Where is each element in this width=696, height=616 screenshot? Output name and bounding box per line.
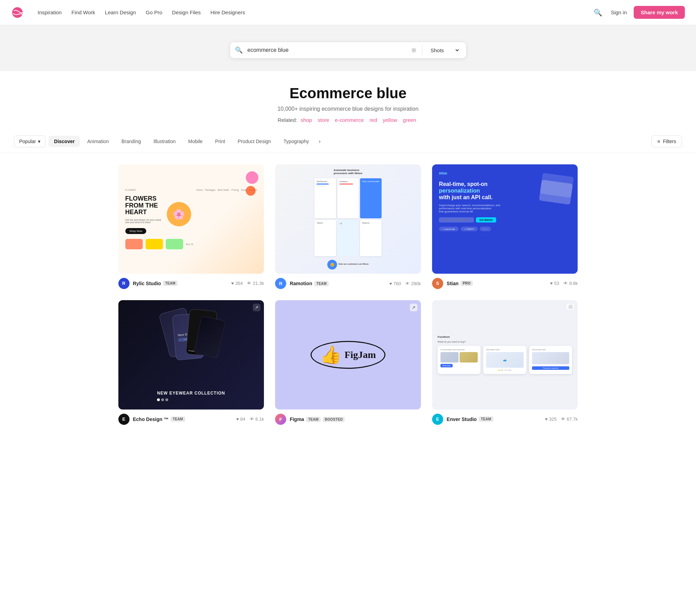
logo[interactable]: [11, 7, 26, 18]
shot-preview: New Eyewear Collection Poolside Club NEW…: [118, 300, 264, 410]
chevron-down-icon: ▾: [38, 139, 40, 144]
shot-author-name: Ramotion: [290, 281, 312, 286]
shot-card[interactable]: New Eyewear Collection Poolside Club NEW…: [118, 300, 264, 425]
navbar-right: 🔍 Sign in Share my work: [592, 6, 685, 19]
related-ecommerce[interactable]: e-commerce: [335, 117, 364, 123]
shot-meta: E Enver Studio TEAM ♥ 325 👁 67.7k: [432, 414, 578, 425]
shot-card[interactable]: miso Real-time, spot-on personalization …: [432, 164, 578, 289]
search-divider: [422, 45, 422, 55]
shot-thumbnail: FLOWER. Home Packages Best Seller Pricin…: [118, 164, 264, 274]
tab-branding[interactable]: Branding: [116, 136, 147, 147]
shot-author-badge: TEAM: [479, 416, 493, 422]
shot-info: Stian PRO: [447, 281, 547, 286]
tab-print[interactable]: Print: [210, 136, 231, 147]
filters-label: Filters: [663, 139, 676, 144]
shot-author-badge: TEAM: [306, 417, 321, 422]
search-bar-icon: 🔍: [230, 46, 248, 54]
more-tabs-icon[interactable]: ›: [316, 135, 323, 147]
avatar: R: [118, 278, 130, 289]
shot-card[interactable]: 👍 FigJam ↗ F Figma TEAM BOOSTED: [275, 300, 421, 425]
shot-stats: ♥ 84 👁 6.1k: [236, 416, 264, 422]
shot-author-badge: TEAM: [163, 281, 178, 286]
avatar: E: [432, 414, 443, 425]
search-filter-dropdown[interactable]: Shots Designers Teams: [423, 47, 466, 54]
likes-count: 760: [393, 281, 401, 286]
eye-icon: 👁: [563, 281, 568, 286]
tab-illustration[interactable]: Illustration: [148, 136, 181, 147]
nav-find-work[interactable]: Find Work: [71, 9, 95, 15]
eye-icon: 👁: [561, 416, 565, 422]
signin-link[interactable]: Sign in: [611, 9, 627, 15]
likes-count: 325: [549, 416, 557, 422]
avatar: S: [432, 278, 443, 289]
shot-preview: 👍 FigJam ↗: [275, 300, 421, 410]
shot-preview: FLOWER. Home Packages Best Seller Pricin…: [118, 164, 264, 274]
nav-go-pro[interactable]: Go Pro: [146, 9, 163, 15]
shot-meta: S Stian PRO ♥ 53 👁 8.8k: [432, 278, 578, 289]
related-store[interactable]: store: [318, 117, 329, 123]
nav-inspiration[interactable]: Inspiration: [38, 9, 62, 15]
shot-views: 👁 6.1k: [250, 416, 264, 422]
shot-preview: Automate businessprocesses with Ninox Da…: [275, 164, 421, 274]
results-title: Ecommerce blue: [11, 85, 685, 102]
shot-author-name: Echo Design ™: [133, 416, 169, 422]
shot-likes: ♥ 760: [389, 281, 401, 286]
shot-likes: ♥ 325: [545, 416, 556, 422]
nav-hire-designers[interactable]: Hire Designers: [211, 9, 245, 15]
heart-icon: ♥: [545, 416, 548, 422]
search-icon-button[interactable]: 🔍: [592, 7, 604, 18]
shot-stats: ♥ 760 👁 290k: [389, 281, 421, 286]
tab-discover[interactable]: Discover: [48, 136, 80, 147]
heart-icon: ♥: [231, 281, 234, 286]
shot-views: 👁 21.3k: [247, 281, 264, 286]
views-count: 67.7k: [567, 416, 578, 422]
popular-label: Popular: [19, 139, 36, 144]
avatar: F: [275, 414, 286, 425]
shot-meta: F Figma TEAM BOOSTED: [275, 414, 421, 425]
shot-likes: ♥ 84: [236, 416, 245, 422]
shot-info: Enver Studio TEAM: [447, 416, 541, 422]
popular-dropdown-button[interactable]: Popular ▾: [14, 135, 46, 147]
shot-stats: ♥ 264 👁 21.3k: [231, 281, 264, 286]
shot-author-name: Enver Studio: [447, 416, 477, 422]
shot-thumbnail: Automate businessprocesses with Ninox Da…: [275, 164, 421, 274]
shot-likes: ♥ 53: [550, 281, 559, 286]
tab-animation[interactable]: Animation: [81, 136, 114, 147]
shot-author-badge: PRO: [461, 281, 473, 286]
related-yellow[interactable]: yellow: [383, 117, 397, 123]
related-shop[interactable]: shop: [301, 117, 312, 123]
views-count: 290k: [411, 281, 421, 286]
avatar: R: [275, 278, 286, 289]
shot-thumbnail: Furniture What do you want to buy? Comfo…: [432, 300, 578, 410]
related-red[interactable]: red: [369, 117, 377, 123]
shot-card[interactable]: FLOWER. Home Packages Best Seller Pricin…: [118, 164, 264, 289]
related-green[interactable]: green: [403, 117, 416, 123]
shot-meta: R Rylic Studio TEAM ♥ 264 👁 21.3k: [118, 278, 264, 289]
eye-icon: 👁: [405, 281, 410, 286]
search-filter-select[interactable]: Shots Designers Teams: [429, 47, 460, 54]
tab-mobile[interactable]: Mobile: [183, 136, 208, 147]
share-my-work-button[interactable]: Share my work: [634, 6, 685, 19]
shot-meta: R Ramotion TEAM ♥ 760 👁 290k: [275, 278, 421, 289]
shot-preview: miso Real-time, spot-on personalization …: [432, 164, 578, 274]
views-count: 21.3k: [253, 281, 264, 286]
nav-learn-design[interactable]: Learn Design: [105, 9, 136, 15]
search-clear-button[interactable]: ⊗: [406, 46, 421, 54]
results-header: Ecommerce blue 10,000+ inspiring ecommer…: [0, 71, 696, 130]
search-hero: 🔍 ⊗ Shots Designers Teams: [0, 25, 696, 71]
shot-card[interactable]: Furniture What do you want to buy? Comfo…: [432, 300, 578, 425]
search-input[interactable]: [248, 42, 406, 58]
heart-icon: ♥: [550, 281, 553, 286]
shot-author-badge: TEAM: [171, 416, 185, 422]
shot-info: Ramotion TEAM: [290, 281, 386, 286]
shot-likes: ♥ 264: [231, 281, 243, 286]
tab-product-design[interactable]: Product Design: [232, 136, 277, 147]
tab-typography[interactable]: Typography: [278, 136, 314, 147]
filters-button[interactable]: ≡ Filters: [651, 135, 682, 147]
shot-card[interactable]: Automate businessprocesses with Ninox Da…: [275, 164, 421, 289]
filter-lines-icon: ≡: [657, 139, 660, 144]
shot-preview: Furniture What do you want to buy? Comfo…: [432, 300, 578, 410]
search-bar: 🔍 ⊗ Shots Designers Teams: [230, 42, 467, 59]
heart-icon: ♥: [389, 281, 392, 286]
nav-design-files[interactable]: Design Files: [172, 9, 201, 15]
